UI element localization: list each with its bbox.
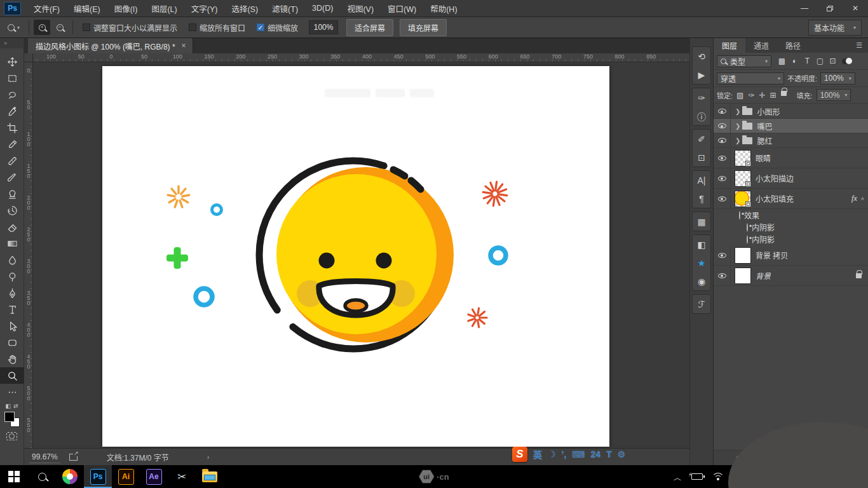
toolbar-collapse-button[interactable]: »: [0, 38, 24, 48]
blur-tool[interactable]: [0, 252, 24, 268]
eye-icon[interactable]: [718, 176, 726, 181]
adjustments-panel-icon[interactable]: ◧: [693, 235, 710, 254]
eye-icon[interactable]: [747, 223, 748, 232]
filter-smart-objects-icon[interactable]: ⊡: [827, 55, 839, 67]
history-brush-tool[interactable]: [0, 202, 24, 219]
eye-icon[interactable]: [718, 273, 726, 278]
swap-colors-icon[interactable]: ⇄: [13, 403, 18, 409]
battery-icon[interactable]: [691, 473, 703, 480]
collapse-effects-icon[interactable]: ˄: [861, 196, 864, 202]
menu-item-文字[interactable]: 文字(Y): [184, 0, 225, 17]
layer-row-背景[interactable]: 背景: [714, 266, 868, 286]
status-zoom-field[interactable]: 99.67%: [29, 451, 60, 463]
layer-row-效果[interactable]: 效果: [714, 209, 868, 221]
eye-icon[interactable]: [718, 138, 726, 143]
checkbox-icon[interactable]: ✓: [257, 24, 264, 31]
gradient-tool[interactable]: [0, 235, 24, 252]
clone-stamp-tool[interactable]: [0, 186, 24, 202]
path-selection-tool[interactable]: [0, 318, 24, 334]
smart-24-icon[interactable]: 24: [591, 449, 601, 459]
panel-tab-通道[interactable]: 通道: [745, 38, 777, 53]
menu-item-选择[interactable]: 选择(S): [224, 0, 265, 17]
menu-item-图层[interactable]: 图层(L): [144, 0, 184, 17]
layer-thumbnail[interactable]: [735, 268, 751, 284]
visibility-cell[interactable]: [739, 212, 740, 219]
punctuation-icon[interactable]: ’,: [562, 449, 567, 459]
expand-arrow-icon[interactable]: ❯: [735, 137, 740, 144]
taskbar-snipping-tool-button[interactable]: ✂: [168, 465, 196, 488]
eye-icon[interactable]: [747, 235, 748, 244]
option-checkbox[interactable]: 缩放所有窗口: [189, 22, 245, 33]
checkbox-icon[interactable]: [189, 24, 196, 31]
expand-arrow-icon[interactable]: ❯: [735, 123, 740, 130]
paragraph-panel-icon[interactable]: ¶: [693, 189, 710, 208]
workspace-switcher[interactable]: 基本功能 ▾: [808, 20, 862, 36]
taskbar-browser-button[interactable]: [56, 465, 84, 488]
fx-badge[interactable]: fx: [851, 194, 857, 203]
lasso-tool[interactable]: [0, 86, 24, 103]
minimize-button[interactable]: —: [792, 0, 817, 17]
type-tool[interactable]: [0, 301, 24, 318]
hand-tool[interactable]: [0, 351, 24, 367]
lock-transparency-icon[interactable]: ▨: [736, 91, 743, 100]
visibility-cell[interactable]: [714, 119, 731, 133]
move-tool[interactable]: [0, 53, 24, 70]
layer-row-内阴影[interactable]: 内阴影: [714, 233, 868, 245]
info-panel-icon[interactable]: ⓘ: [693, 107, 710, 125]
blend-mode-select[interactable]: 穿透 ▾: [717, 72, 784, 85]
tool-preset-picker[interactable]: ▾: [0, 24, 25, 31]
fill-screen-button[interactable]: 填充屏幕: [400, 19, 447, 36]
eye-icon[interactable]: [718, 156, 726, 161]
foreground-color-swatch[interactable]: [4, 412, 15, 422]
zoom-out-mode-button[interactable]: −: [51, 20, 68, 35]
wifi-icon[interactable]: [713, 473, 723, 480]
brush-settings-panel-icon[interactable]: ✑: [693, 88, 710, 107]
eye-icon[interactable]: [739, 211, 740, 220]
horizontal-ruler[interactable]: 1005005010015020025030035040045050055060…: [33, 53, 689, 62]
shape-tool[interactable]: [0, 334, 24, 351]
visibility-cell[interactable]: [714, 148, 731, 168]
menu-item-帮助[interactable]: 帮助(H): [423, 0, 464, 17]
eye-icon[interactable]: [718, 253, 726, 258]
brushes-panel-icon[interactable]: ✐: [693, 130, 710, 148]
vertical-ruler[interactable]: 050100150200250300350400450500550: [24, 62, 33, 448]
lock-artboard-icon[interactable]: ⊞: [770, 91, 776, 100]
taskbar-start-button[interactable]: [0, 465, 28, 488]
zoom-tool[interactable]: [0, 367, 24, 384]
stock-panel-icon[interactable]: ◉: [693, 272, 710, 290]
menu-item-文件[interactable]: 文件(F): [27, 0, 67, 17]
visibility-cell[interactable]: [747, 224, 748, 231]
settings-wrench-icon[interactable]: ⚙: [618, 449, 626, 459]
filter-toggle[interactable]: [842, 58, 852, 64]
glyphs-panel-icon[interactable]: ▦: [693, 212, 710, 231]
menu-item-滤镜[interactable]: 滤镜(T): [265, 0, 305, 17]
zoom-percent-field[interactable]: 100%: [309, 20, 338, 34]
hidden-icons-chevron[interactable]: ︿: [674, 472, 681, 481]
ellipsis-tool[interactable]: [0, 384, 24, 400]
character-panel-icon[interactable]: A|: [693, 171, 710, 189]
skin-icon[interactable]: T: [606, 449, 612, 459]
document-tab[interactable]: 描边风格小图标 @ 100% (嘴巴, RGB/8) * ×: [28, 38, 193, 53]
layer-thumbnail[interactable]: [735, 191, 751, 207]
zoom-in-mode-button[interactable]: +: [34, 20, 50, 35]
sogou-logo-icon[interactable]: S: [512, 447, 527, 462]
taskbar-file-explorer-button[interactable]: [196, 465, 224, 488]
filter-shape-layers-icon[interactable]: ▢: [814, 55, 826, 67]
panel-menu-icon[interactable]: ☰: [856, 38, 868, 53]
fill-value-box[interactable]: 100% ▾: [817, 89, 851, 101]
checkbox-icon[interactable]: [83, 24, 90, 31]
menu-item-图像[interactable]: 图像(I): [107, 0, 145, 17]
layer-row-小图形[interactable]: ❯小图形: [714, 104, 868, 119]
lock-position-icon[interactable]: ✛: [759, 91, 765, 100]
opacity-value-box[interactable]: 100% ▾: [820, 72, 855, 85]
eyedropper-tool[interactable]: [0, 136, 24, 152]
taskbar-illustrator-button[interactable]: Ai: [112, 465, 140, 488]
lock-paint-icon[interactable]: ✑: [748, 91, 754, 100]
layer-row-内阴影[interactable]: 内阴影: [714, 221, 868, 233]
option-checkbox[interactable]: ✓细微缩放: [257, 22, 298, 33]
visibility-cell[interactable]: [714, 168, 731, 188]
layer-row-眼睛[interactable]: 眼睛: [714, 148, 868, 168]
menu-item-窗口[interactable]: 窗口(W): [381, 0, 423, 17]
healing-brush-tool[interactable]: [0, 152, 24, 169]
brush-tool[interactable]: [0, 169, 24, 186]
